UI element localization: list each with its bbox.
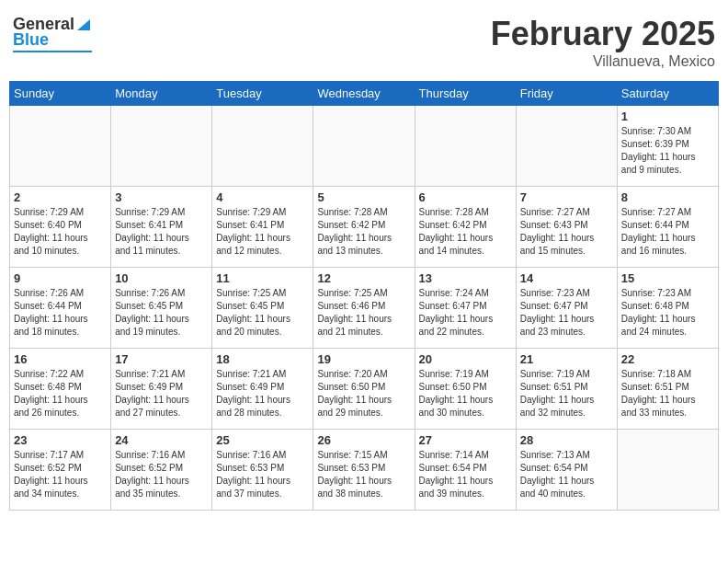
day-info: Sunrise: 7:24 AM Sunset: 6:47 PM Dayligh… xyxy=(419,287,512,339)
day-number: 20 xyxy=(419,352,512,366)
calendar-cell: 23Sunrise: 7:17 AM Sunset: 6:52 PM Dayli… xyxy=(10,430,111,511)
day-info: Sunrise: 7:13 AM Sunset: 6:54 PM Dayligh… xyxy=(520,449,613,500)
day-info: Sunrise: 7:16 AM Sunset: 6:52 PM Dayligh… xyxy=(115,449,208,500)
day-number: 8 xyxy=(621,190,714,204)
day-info: Sunrise: 7:18 AM Sunset: 6:51 PM Dayligh… xyxy=(621,368,714,419)
logo-triangle-icon xyxy=(75,16,92,32)
weekday-header-sunday: Sunday xyxy=(10,82,111,106)
calendar-week-row: 16Sunrise: 7:22 AM Sunset: 6:48 PM Dayli… xyxy=(10,349,719,430)
calendar-cell: 25Sunrise: 7:16 AM Sunset: 6:53 PM Dayli… xyxy=(212,430,313,511)
calendar-week-row: 9Sunrise: 7:26 AM Sunset: 6:44 PM Daylig… xyxy=(10,268,719,349)
day-number: 9 xyxy=(14,271,107,285)
day-info: Sunrise: 7:26 AM Sunset: 6:45 PM Dayligh… xyxy=(115,287,208,339)
day-info: Sunrise: 7:19 AM Sunset: 6:50 PM Dayligh… xyxy=(419,368,512,419)
calendar-title: February 2025 xyxy=(491,15,715,53)
calendar-cell: 27Sunrise: 7:14 AM Sunset: 6:54 PM Dayli… xyxy=(415,430,516,511)
day-number: 19 xyxy=(317,352,410,366)
day-number: 24 xyxy=(115,433,208,447)
calendar-cell: 28Sunrise: 7:13 AM Sunset: 6:54 PM Dayli… xyxy=(516,430,617,511)
calendar-location: Villanueva, Mexico xyxy=(491,53,715,70)
day-info: Sunrise: 7:30 AM Sunset: 6:39 PM Dayligh… xyxy=(621,125,714,177)
calendar-cell: 26Sunrise: 7:15 AM Sunset: 6:53 PM Dayli… xyxy=(313,430,415,511)
day-number: 28 xyxy=(520,433,613,447)
day-number: 21 xyxy=(520,352,613,366)
day-info: Sunrise: 7:15 AM Sunset: 6:53 PM Dayligh… xyxy=(317,449,410,500)
calendar-week-row: 23Sunrise: 7:17 AM Sunset: 6:52 PM Dayli… xyxy=(10,430,719,511)
day-info: Sunrise: 7:29 AM Sunset: 6:41 PM Dayligh… xyxy=(115,206,208,258)
logo: General Blue xyxy=(13,15,92,52)
calendar-title-block: February 2025 Villanueva, Mexico xyxy=(491,15,715,70)
day-info: Sunrise: 7:27 AM Sunset: 6:43 PM Dayligh… xyxy=(520,206,613,258)
weekday-header-wednesday: Wednesday xyxy=(313,82,415,106)
calendar-cell: 9Sunrise: 7:26 AM Sunset: 6:44 PM Daylig… xyxy=(10,268,111,349)
day-number: 13 xyxy=(419,271,512,285)
calendar-cell: 19Sunrise: 7:20 AM Sunset: 6:50 PM Dayli… xyxy=(313,349,415,430)
day-info: Sunrise: 7:21 AM Sunset: 6:49 PM Dayligh… xyxy=(216,368,309,419)
calendar-cell: 12Sunrise: 7:25 AM Sunset: 6:46 PM Dayli… xyxy=(313,268,415,349)
calendar-cell xyxy=(516,106,617,187)
weekday-header-row: SundayMondayTuesdayWednesdayThursdayFrid… xyxy=(10,82,719,106)
calendar-cell: 16Sunrise: 7:22 AM Sunset: 6:48 PM Dayli… xyxy=(10,349,111,430)
day-info: Sunrise: 7:26 AM Sunset: 6:44 PM Dayligh… xyxy=(14,287,107,339)
logo-blue-text: Blue xyxy=(13,30,49,49)
day-info: Sunrise: 7:16 AM Sunset: 6:53 PM Dayligh… xyxy=(216,449,309,500)
day-number: 3 xyxy=(115,190,208,204)
logo-underline xyxy=(13,51,92,52)
page-header: General Blue February 2025 Villanueva, M… xyxy=(9,9,719,75)
day-info: Sunrise: 7:23 AM Sunset: 6:48 PM Dayligh… xyxy=(621,287,714,339)
calendar-cell: 8Sunrise: 7:27 AM Sunset: 6:44 PM Daylig… xyxy=(617,187,718,268)
day-number: 4 xyxy=(216,190,309,204)
calendar-cell: 2Sunrise: 7:29 AM Sunset: 6:40 PM Daylig… xyxy=(10,187,111,268)
calendar-cell xyxy=(111,106,212,187)
calendar-cell: 24Sunrise: 7:16 AM Sunset: 6:52 PM Dayli… xyxy=(111,430,212,511)
day-number: 16 xyxy=(14,352,107,366)
day-info: Sunrise: 7:25 AM Sunset: 6:45 PM Dayligh… xyxy=(216,287,309,339)
day-info: Sunrise: 7:28 AM Sunset: 6:42 PM Dayligh… xyxy=(317,206,410,258)
calendar-week-row: 1Sunrise: 7:30 AM Sunset: 6:39 PM Daylig… xyxy=(10,106,719,187)
day-info: Sunrise: 7:17 AM Sunset: 6:52 PM Dayligh… xyxy=(14,449,107,500)
calendar-cell: 4Sunrise: 7:29 AM Sunset: 6:41 PM Daylig… xyxy=(212,187,313,268)
day-number: 1 xyxy=(621,109,714,123)
day-number: 15 xyxy=(621,271,714,285)
calendar-cell: 21Sunrise: 7:19 AM Sunset: 6:51 PM Dayli… xyxy=(516,349,617,430)
day-info: Sunrise: 7:20 AM Sunset: 6:50 PM Dayligh… xyxy=(317,368,410,419)
calendar-cell xyxy=(313,106,415,187)
calendar-cell: 3Sunrise: 7:29 AM Sunset: 6:41 PM Daylig… xyxy=(111,187,212,268)
day-number: 26 xyxy=(317,433,410,447)
day-number: 23 xyxy=(14,433,107,447)
day-number: 25 xyxy=(216,433,309,447)
day-number: 17 xyxy=(115,352,208,366)
day-info: Sunrise: 7:29 AM Sunset: 6:41 PM Dayligh… xyxy=(216,206,309,258)
calendar-cell xyxy=(212,106,313,187)
weekday-header-thursday: Thursday xyxy=(415,82,516,106)
calendar-cell: 22Sunrise: 7:18 AM Sunset: 6:51 PM Dayli… xyxy=(617,349,718,430)
day-number: 5 xyxy=(317,190,410,204)
calendar-cell: 5Sunrise: 7:28 AM Sunset: 6:42 PM Daylig… xyxy=(313,187,415,268)
calendar-cell: 17Sunrise: 7:21 AM Sunset: 6:49 PM Dayli… xyxy=(111,349,212,430)
day-number: 14 xyxy=(520,271,613,285)
day-number: 22 xyxy=(621,352,714,366)
day-number: 6 xyxy=(419,190,512,204)
day-number: 2 xyxy=(14,190,107,204)
calendar-cell: 15Sunrise: 7:23 AM Sunset: 6:48 PM Dayli… xyxy=(617,268,718,349)
calendar-table: SundayMondayTuesdayWednesdayThursdayFrid… xyxy=(9,81,719,511)
calendar-cell: 7Sunrise: 7:27 AM Sunset: 6:43 PM Daylig… xyxy=(516,187,617,268)
day-number: 12 xyxy=(317,271,410,285)
day-number: 7 xyxy=(520,190,613,204)
weekday-header-tuesday: Tuesday xyxy=(212,82,313,106)
calendar-cell: 1Sunrise: 7:30 AM Sunset: 6:39 PM Daylig… xyxy=(617,106,718,187)
day-number: 27 xyxy=(419,433,512,447)
calendar-week-row: 2Sunrise: 7:29 AM Sunset: 6:40 PM Daylig… xyxy=(10,187,719,268)
day-info: Sunrise: 7:25 AM Sunset: 6:46 PM Dayligh… xyxy=(317,287,410,339)
calendar-cell: 6Sunrise: 7:28 AM Sunset: 6:42 PM Daylig… xyxy=(415,187,516,268)
day-info: Sunrise: 7:22 AM Sunset: 6:48 PM Dayligh… xyxy=(14,368,107,419)
weekday-header-saturday: Saturday xyxy=(617,82,718,106)
weekday-header-monday: Monday xyxy=(111,82,212,106)
calendar-cell: 13Sunrise: 7:24 AM Sunset: 6:47 PM Dayli… xyxy=(415,268,516,349)
calendar-cell: 20Sunrise: 7:19 AM Sunset: 6:50 PM Dayli… xyxy=(415,349,516,430)
day-info: Sunrise: 7:23 AM Sunset: 6:47 PM Dayligh… xyxy=(520,287,613,339)
calendar-cell: 14Sunrise: 7:23 AM Sunset: 6:47 PM Dayli… xyxy=(516,268,617,349)
calendar-cell xyxy=(415,106,516,187)
calendar-cell: 11Sunrise: 7:25 AM Sunset: 6:45 PM Dayli… xyxy=(212,268,313,349)
calendar-cell xyxy=(617,430,718,511)
